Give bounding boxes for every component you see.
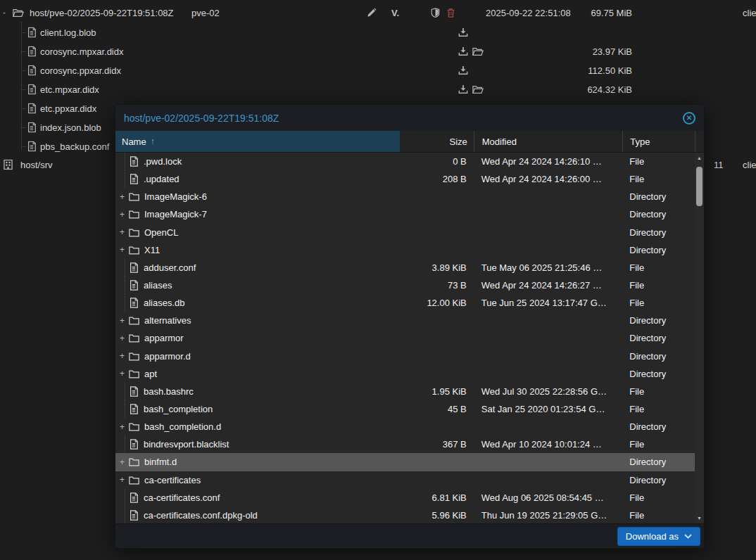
- vertical-scrollbar[interactable]: ▲ ▼: [695, 153, 704, 523]
- directory-row[interactable]: +apparmorDirectory: [115, 329, 695, 347]
- expand-icon[interactable]: +: [118, 351, 127, 361]
- name-cell: aliases.db: [115, 294, 400, 312]
- name-cell: .updated: [115, 170, 400, 188]
- snapshot-name: host/pve-02/2025-09-22T19:51:08Z: [30, 8, 174, 18]
- file-row[interactable]: bindresvport.blacklist367 BWed Apr 10 20…: [115, 435, 695, 453]
- directory-row[interactable]: +ImageMagick-6Directory: [115, 188, 695, 205]
- column-header-modified[interactable]: Modified: [474, 131, 623, 152]
- trash-icon[interactable]: [446, 8, 455, 18]
- sort-asc-icon: ↑: [151, 136, 155, 146]
- entry-name: ImageMagick-7: [144, 209, 207, 219]
- grid-header: Name ↑ Size Modified Type: [115, 131, 704, 153]
- scroll-down-icon[interactable]: ▼: [695, 516, 704, 521]
- snapshot-file-row[interactable]: etc.mpxar.didx624.32 KiB: [0, 80, 756, 98]
- file-icon: [27, 27, 37, 38]
- file-row[interactable]: bash.bashrc1.95 KiBWed Jul 30 2025 22:28…: [115, 383, 695, 400]
- name-cell: aliases: [115, 276, 400, 294]
- expand-icon[interactable]: +: [118, 333, 127, 343]
- directory-row[interactable]: +alternativesDirectory: [115, 312, 695, 329]
- modified-cell: Tue Jun 25 2024 13:17:47 G…: [474, 298, 623, 308]
- column-header-name[interactable]: Name ↑: [115, 131, 400, 152]
- download-icon[interactable]: [458, 46, 468, 56]
- download-icon[interactable]: [458, 65, 468, 75]
- file-row[interactable]: bash_completion45 BSat Jan 25 2020 01:23…: [115, 400, 695, 418]
- modified-cell: Thu Jun 19 2025 21:29:05 G…: [474, 510, 623, 521]
- expand-icon[interactable]: +: [118, 369, 127, 378]
- pencil-icon[interactable]: [367, 8, 377, 18]
- tree-elbow-line: [21, 89, 26, 90]
- download-icon[interactable]: [458, 84, 468, 94]
- expand-icon[interactable]: +: [118, 210, 127, 219]
- snapshot-file-row[interactable]: corosync.mpxar.didx23.97 KiB: [0, 42, 756, 61]
- file-browser-dialog: host/pve-02/2025-09-22T19:51:08Z ✕ Name …: [115, 104, 705, 549]
- column-label-type: Type: [630, 136, 650, 147]
- file-name: index.json.blob: [40, 122, 101, 133]
- folder-open-icon[interactable]: [472, 85, 484, 94]
- file-name: etc.ppxar.didx: [40, 103, 96, 114]
- entry-name: .updated: [144, 174, 179, 184]
- folder-icon: [129, 246, 139, 255]
- snapshot-row[interactable]: - host/pve-02/2025-09-22T19:51:08Z pve-0…: [0, 4, 756, 22]
- collapse-icon[interactable]: -: [3, 8, 6, 18]
- scrollbar-thumb[interactable]: [696, 167, 703, 206]
- name-cell: ca-certificates.conf.dpkg-old: [115, 507, 400, 523]
- file-row[interactable]: aliases.db12.00 KiBTue Jun 25 2024 13:17…: [115, 294, 695, 312]
- name-cell: bash.bashrc: [115, 383, 400, 400]
- expand-icon[interactable]: +: [118, 457, 127, 467]
- directory-row[interactable]: +X11Directory: [115, 241, 695, 259]
- expand-icon[interactable]: +: [118, 192, 127, 202]
- tree-guide-line: [125, 507, 125, 523]
- tree-elbow-line: [21, 108, 26, 109]
- column-header-size[interactable]: Size: [400, 131, 474, 152]
- directory-row[interactable]: +apparmor.dDirectory: [115, 348, 695, 365]
- modified-cell: Sat Jan 25 2020 01:23:54 G…: [474, 404, 623, 414]
- directory-row[interactable]: +ImageMagick-7Directory: [115, 205, 695, 223]
- directory-row[interactable]: +bash_completion.dDirectory: [115, 418, 695, 435]
- file-row[interactable]: adduser.conf3.89 KiBTue May 06 2025 21:2…: [115, 259, 695, 276]
- file-row[interactable]: ca-certificates.conf.dpkg-old5.96 KiBThu…: [115, 507, 695, 523]
- modified-cell: Wed Apr 24 2024 14:26:10 …: [474, 156, 623, 167]
- shield-icon[interactable]: [431, 8, 440, 18]
- column-label-name: Name: [122, 136, 146, 147]
- directory-row[interactable]: +aptDirectory: [115, 365, 695, 383]
- file-row[interactable]: .pwd.lock0 BWed Apr 24 2024 14:26:10 …Fi…: [115, 153, 695, 170]
- size-cell: 367 B: [400, 439, 474, 450]
- file-icon: [27, 46, 37, 57]
- file-icon: [129, 492, 139, 503]
- type-cell: File: [622, 156, 695, 167]
- snapshot-file-row[interactable]: client.log.blob: [0, 23, 756, 42]
- folder-icon: [129, 476, 139, 485]
- scroll-up-icon[interactable]: ▲: [695, 155, 704, 160]
- directory-row[interactable]: +binfmt.dDirectory: [115, 453, 695, 471]
- type-cell: Directory: [622, 421, 695, 432]
- type-cell: Directory: [622, 315, 695, 326]
- directory-row[interactable]: +OpenCLDirectory: [115, 224, 695, 241]
- column-header-type[interactable]: Type: [622, 131, 695, 152]
- entry-name: bash_completion.d: [144, 421, 221, 432]
- expand-icon[interactable]: +: [118, 475, 127, 485]
- expand-icon[interactable]: +: [118, 245, 127, 255]
- expand-icon[interactable]: +: [118, 422, 127, 432]
- file-icon: [27, 122, 37, 133]
- file-icon: [129, 280, 139, 291]
- close-icon[interactable]: ✕: [683, 112, 695, 125]
- file-row[interactable]: ca-certificates.conf6.81 KiBWed Aug 06 2…: [115, 489, 695, 507]
- name-cell: +binfmt.d: [115, 453, 400, 471]
- size-cell: 3.89 KiB: [400, 262, 474, 273]
- entry-name: bash_completion: [144, 404, 213, 414]
- tree-elbow-line: [21, 127, 26, 128]
- file-name: pbs_backup.conf: [40, 141, 109, 152]
- download-as-button[interactable]: Download as: [617, 527, 700, 546]
- expand-icon[interactable]: +: [118, 227, 127, 237]
- expand-icon[interactable]: +: [118, 316, 127, 326]
- file-row[interactable]: .updated208 BWed Apr 24 2024 14:26:00 …F…: [115, 170, 695, 188]
- download-icon[interactable]: [458, 27, 468, 37]
- file-row[interactable]: aliases73 BWed Apr 24 2024 14:26:27 …Fil…: [115, 276, 695, 294]
- file-icon: [27, 141, 37, 152]
- snapshot-file-row[interactable]: corosync.ppxar.didx112.50 KiB: [0, 61, 756, 79]
- verify-action-label[interactable]: V.: [391, 8, 399, 18]
- directory-row[interactable]: +ca-certificatesDirectory: [115, 471, 695, 489]
- type-cell: File: [622, 492, 695, 503]
- tree-guide-line: [125, 170, 125, 188]
- folder-open-icon[interactable]: [472, 47, 484, 56]
